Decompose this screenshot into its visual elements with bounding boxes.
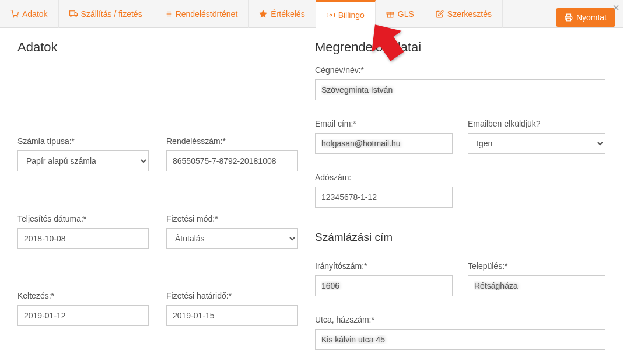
input-telepules[interactable] xyxy=(468,275,606,296)
print-icon xyxy=(565,13,573,22)
svg-point-4 xyxy=(70,15,72,17)
select-szamla-tipusa[interactable]: Papír alapú számla xyxy=(18,150,149,172)
svg-rect-13 xyxy=(327,13,334,17)
tab-gls[interactable]: GLS xyxy=(376,0,425,28)
svg-point-14 xyxy=(330,14,332,16)
section-title-megrendelo: Megrendelő adatai xyxy=(315,40,606,55)
cart-icon xyxy=(10,10,19,18)
svg-point-1 xyxy=(17,16,18,17)
tab-label: Billingo xyxy=(338,10,365,20)
tab-adatok[interactable]: Adatok xyxy=(0,0,59,28)
input-rendelesszam[interactable] xyxy=(166,150,298,172)
tab-label: Szerkesztés xyxy=(447,9,492,19)
gift-icon xyxy=(386,10,394,18)
section-title-adatok: Adatok xyxy=(18,40,298,126)
label-teljesites: Teljesítés dátuma:* xyxy=(18,214,149,223)
print-button-label: Nyomtat xyxy=(576,13,607,22)
edit-icon xyxy=(436,10,444,18)
input-fizetesi-hatarido[interactable] xyxy=(166,305,298,326)
tab-label: GLS xyxy=(398,9,414,19)
svg-point-5 xyxy=(75,15,76,17)
print-button[interactable]: Nyomtat xyxy=(556,8,615,27)
tab-rendelestortenet[interactable]: Rendeléstörténet xyxy=(153,0,249,28)
input-keltezes[interactable] xyxy=(18,305,149,326)
tab-label: Szállítás / fizetés xyxy=(81,9,142,19)
tab-label: Értékelés xyxy=(271,9,304,19)
label-email: Email cím:* xyxy=(315,119,453,128)
label-szamla-tipusa: Számla típusa:* xyxy=(18,136,149,146)
truck-icon xyxy=(69,10,78,18)
input-adoszam[interactable] xyxy=(315,187,453,208)
label-keltezes: Keltezés:* xyxy=(18,291,149,300)
label-utca: Utca, házszám:* xyxy=(315,315,606,324)
label-iranyitoszam: Irányítószám:* xyxy=(315,261,453,271)
svg-rect-2 xyxy=(69,10,75,15)
input-cegnev[interactable] xyxy=(315,79,606,100)
tab-ertekeles[interactable]: Értékelés xyxy=(249,0,316,28)
input-teljesites[interactable] xyxy=(18,228,149,249)
tabs-bar: Adatok Szállítás / fizetés Rendeléstörté… xyxy=(0,0,623,28)
select-fizetesi-mod[interactable]: Átutalás xyxy=(166,228,298,249)
star-icon xyxy=(259,10,267,18)
label-fizetesi-mod: Fizetési mód:* xyxy=(166,214,298,223)
tab-label: Rendeléstörténet xyxy=(176,9,238,19)
tab-szerkesztes[interactable]: Szerkesztés xyxy=(425,0,503,28)
input-iranyitoszam[interactable] xyxy=(315,275,453,296)
list-icon xyxy=(164,10,172,18)
select-email-elkuld[interactable]: Igen xyxy=(468,133,606,154)
label-telepules: Település:* xyxy=(468,261,606,271)
close-icon[interactable]: × xyxy=(609,0,623,16)
input-utca[interactable] xyxy=(315,329,606,350)
label-cegnev: Cégnév/név:* xyxy=(315,65,606,75)
label-adoszam: Adószám: xyxy=(315,173,453,182)
svg-point-0 xyxy=(13,16,14,17)
label-rendelesszam: Rendelésszám:* xyxy=(166,136,298,146)
section-title-szamlazasi: Számlázási cím xyxy=(315,231,606,244)
svg-rect-17 xyxy=(566,18,570,21)
money-icon xyxy=(327,11,335,19)
tab-label: Adatok xyxy=(22,9,48,19)
svg-marker-12 xyxy=(260,10,267,17)
label-email-elkuld: Emailben elküldjük? xyxy=(468,119,606,128)
tab-szallitas[interactable]: Szállítás / fizetés xyxy=(59,0,153,28)
tab-billingo[interactable]: Billingo xyxy=(316,0,376,28)
svg-marker-3 xyxy=(75,12,77,15)
input-email[interactable] xyxy=(315,133,453,154)
label-fizetesi-hatarido: Fizetési határidő:* xyxy=(166,291,298,300)
